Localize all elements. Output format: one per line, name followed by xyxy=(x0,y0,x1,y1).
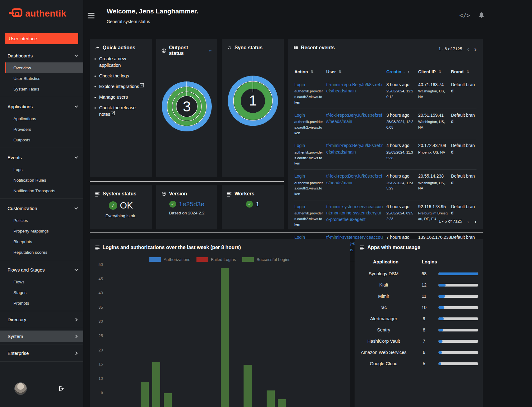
sidebar-group-flows-and-stages[interactable]: Flows and Stages xyxy=(0,263,83,277)
column-header-user[interactable]: User ⇅ xyxy=(326,69,386,74)
event-user-link[interactable]: tf-loki-repo:BeryJu/k8s:ref:refs/heads/m… xyxy=(326,113,382,124)
quick-actions-title: Quick actions xyxy=(90,39,152,51)
event-user-link[interactable]: tf-mimir-repo:BeryJu/k8s:ref:refs/heads/… xyxy=(326,82,383,93)
sidebar-toggle-button[interactable] xyxy=(88,13,94,18)
pagination-next-icon[interactable]: › xyxy=(474,218,476,224)
event-location: Washington, US, NA xyxy=(418,119,448,130)
event-timestamp: 25/03/2024, 12:20:05 xyxy=(386,119,415,130)
event-context: authentik.providers.oauth2.views.token xyxy=(294,119,323,136)
divider xyxy=(0,361,83,362)
sidebar-group-label: Enterprise xyxy=(7,351,29,356)
event-user-link[interactable]: tf-loki-repo:BeryJu/k8s:ref:refs/heads/m… xyxy=(326,174,382,185)
sidebar-group-directory[interactable]: Directory xyxy=(0,314,83,325)
event-time-ago: 6 hours ago xyxy=(386,203,415,210)
sidebar-group-events[interactable]: Events xyxy=(0,150,83,164)
outpost-donut: 3 xyxy=(156,79,217,134)
sort-icon: ⇅ xyxy=(338,70,341,74)
authentik-logo: authentik xyxy=(9,8,83,19)
events-pagination-top: 1 - 6 of 7125 ‹ › xyxy=(438,46,476,52)
sidebar-item-system-tasks[interactable]: System Tasks xyxy=(0,84,83,94)
quick-action-create-a-new-application[interactable]: Create a new application xyxy=(99,56,148,69)
y-axis-label: 5 xyxy=(94,390,103,395)
system-status-card: System status ✓ OK Everything is ok. xyxy=(90,185,152,229)
sidebar-item-overview[interactable]: Overview xyxy=(5,62,83,73)
divider xyxy=(0,311,83,311)
pagination-prev-icon[interactable]: ‹ xyxy=(467,218,469,224)
sidebar-group-dashboards[interactable]: Dashboards xyxy=(0,49,83,62)
logout-icon[interactable] xyxy=(58,385,65,392)
check-circle-icon: ✓ xyxy=(169,201,176,208)
user-interface-button[interactable]: User interface xyxy=(5,33,78,44)
column-header-client-ip[interactable]: Client IP ⇅ xyxy=(418,69,451,74)
check-circle-icon: ✓ xyxy=(246,201,253,208)
sidebar-group-label: Flows and Stages xyxy=(7,267,45,272)
pagination-next-icon[interactable]: › xyxy=(474,46,476,52)
column-header-brand[interactable]: Brand ⇅ xyxy=(451,69,476,74)
sidebar-item-reputation-scores[interactable]: Reputation scores xyxy=(0,247,83,257)
sidebar-group-system[interactable]: System xyxy=(0,331,83,342)
sort-icon: ⇅ xyxy=(438,70,441,74)
event-action-link[interactable]: Login xyxy=(294,82,305,87)
version-title: Version xyxy=(156,185,217,197)
event-context: authentik.providers.oauth2.views.token xyxy=(294,211,323,227)
sidebar-item-blueprints[interactable]: Blueprints xyxy=(0,236,83,247)
sidebar-item-providers[interactable]: Providers xyxy=(0,124,83,135)
pagination-prev-icon[interactable]: ‹ xyxy=(467,46,469,52)
y-axis-label: 40 xyxy=(94,291,103,295)
app-usage-progressbar xyxy=(438,317,478,320)
bar-successful-logins-slot-5 xyxy=(164,393,172,407)
sync-status-title: Sync status xyxy=(222,39,284,51)
sidebar-item-logs[interactable]: Logs xyxy=(0,164,83,175)
event-context: authentik.providers.oauth2.views.token xyxy=(294,150,323,166)
app-usage-progressbar xyxy=(438,272,478,275)
sidebar-group-applications[interactable]: Applications xyxy=(0,100,83,113)
event-user-link[interactable]: tf-mimir-system:serviceaccount:monitorin… xyxy=(326,204,383,222)
user-avatar[interactable] xyxy=(14,382,27,395)
workers-value: ✓ 1 xyxy=(222,200,284,208)
sidebar-group-label: Dashboards xyxy=(7,53,33,58)
sidebar-item-outposts[interactable]: Outposts xyxy=(0,135,83,145)
sidebar-item-user-statistics[interactable]: User Statistics xyxy=(0,73,83,84)
app-usage-row: Synology DSM 68 xyxy=(358,268,478,279)
y-axis-label: 20 xyxy=(94,348,103,352)
y-axis-label: 25 xyxy=(94,334,103,338)
system-status-value: ✓ OK xyxy=(90,200,152,211)
sidebar-item-stages[interactable]: Stages xyxy=(0,287,83,298)
event-user-link[interactable]: tf-mimir-repo:BeryJu/k8s:ref:refs/heads/… xyxy=(326,143,383,154)
event-action-link[interactable]: Login xyxy=(294,204,305,209)
column-header-action[interactable]: Action ⇅ xyxy=(294,69,326,74)
app-usage-row: Sentry 8 xyxy=(358,324,478,336)
sidebar-group-enterprise[interactable]: Enterprise xyxy=(0,347,83,359)
app-root: authentik User interface Dashboards Over… xyxy=(0,0,532,407)
event-client-ip: 20.51.159.41 xyxy=(418,112,448,118)
sidebar-item-flows[interactable]: Flows xyxy=(0,277,83,287)
sidebar-item-notification-transports[interactable]: Notification Transports xyxy=(0,185,83,196)
bar-successful-logins-slot-12 xyxy=(244,365,252,407)
api-code-icon[interactable]: </> xyxy=(459,12,470,19)
event-action-link[interactable]: Login xyxy=(294,143,305,148)
notifications-bell-icon[interactable] xyxy=(478,11,485,19)
logins-chart-card: Logins and authorizations over the last … xyxy=(90,239,350,407)
logins-chart-title: Logins and authorizations over the last … xyxy=(90,239,350,250)
quick-action-explore-integrations[interactable]: Explore integrations↗ xyxy=(99,83,148,90)
quick-action-check-the-logs[interactable]: Check the logs xyxy=(99,73,148,79)
event-time-ago: 3 hours ago xyxy=(386,112,415,118)
sidebar-item-applications[interactable]: Applications xyxy=(0,113,83,124)
bar-successful-logins-slot-3 xyxy=(141,382,149,407)
events-pagination-bottom: 1 - 6 of 7125 ‹ › xyxy=(438,218,476,224)
sidebar-item-prompts[interactable]: Prompts xyxy=(0,298,83,308)
sidebar-group-customization[interactable]: Customization xyxy=(0,201,83,215)
event-action-link[interactable]: Login xyxy=(294,113,305,118)
link-icon[interactable] xyxy=(208,48,212,53)
version-link[interactable]: 1e25d3e xyxy=(179,200,205,208)
app-login-count: 5 xyxy=(410,361,439,366)
quick-action-check-the-release-notes[interactable]: Check the release notes↗ xyxy=(99,105,148,118)
event-action-link[interactable]: Login xyxy=(294,174,305,179)
sidebar-group-label: System xyxy=(7,334,23,339)
quick-action-manage-users[interactable]: Manage users xyxy=(99,94,148,101)
sidebar-item-notification-rules[interactable]: Notification Rules xyxy=(0,175,83,185)
sidebar-item-policies[interactable]: Policies xyxy=(0,215,83,226)
sidebar-item-property-mappings[interactable]: Property Mappings xyxy=(0,226,83,236)
y-axis-label: 45 xyxy=(94,277,103,281)
column-header-creatio[interactable]: Creatio... ↑ xyxy=(386,69,418,74)
